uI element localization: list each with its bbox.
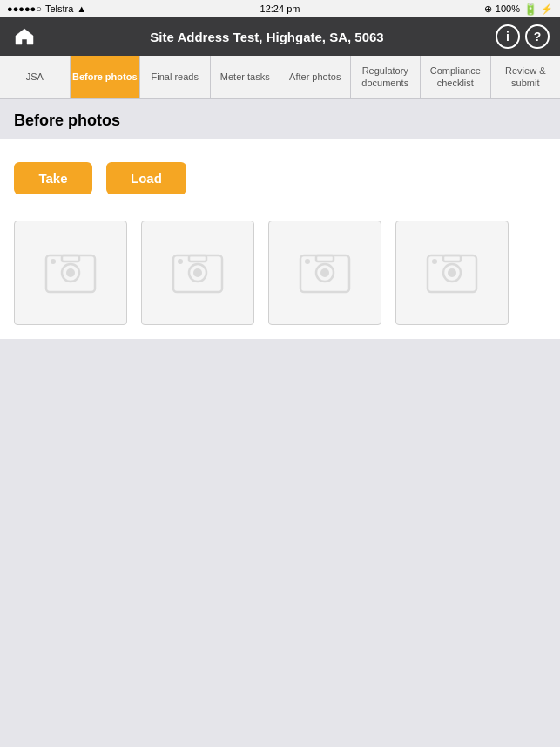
svg-rect-3 bbox=[62, 255, 79, 261]
signal-dots: ●●●●●○ bbox=[7, 3, 42, 14]
svg-point-17 bbox=[448, 268, 456, 277]
photo-placeholder-icon-3 bbox=[299, 250, 351, 295]
bottom-empty-area bbox=[0, 339, 560, 747]
photo-slot-2[interactable] bbox=[141, 221, 254, 325]
action-buttons-row: Take Load bbox=[14, 153, 546, 203]
tab-compliance-checklist[interactable]: Compliance checklist bbox=[421, 56, 491, 98]
svg-rect-18 bbox=[443, 255, 461, 261]
home-button[interactable] bbox=[10, 23, 38, 51]
info-button[interactable]: i bbox=[496, 24, 520, 49]
info-icon: i bbox=[506, 30, 509, 44]
photo-placeholder-icon-4 bbox=[426, 250, 478, 295]
carrier-label: Telstra bbox=[45, 3, 73, 14]
page-title: Site Address Test, Highgate, SA, 5063 bbox=[38, 30, 496, 44]
svg-point-19 bbox=[432, 259, 437, 264]
svg-point-12 bbox=[320, 268, 329, 277]
tab-bar: JSA Before photos Final reads Meter task… bbox=[0, 56, 560, 99]
svg-rect-13 bbox=[316, 255, 334, 261]
tab-jsa[interactable]: JSA bbox=[0, 56, 71, 98]
help-button[interactable]: ? bbox=[525, 24, 550, 49]
page-header: Before photos bbox=[0, 99, 560, 139]
location-icon: ⊕ bbox=[484, 3, 492, 15]
svg-rect-8 bbox=[189, 255, 206, 261]
tab-meter-tasks[interactable]: Meter tasks bbox=[211, 56, 281, 98]
photo-grid bbox=[14, 221, 546, 325]
photo-slot-1[interactable] bbox=[14, 221, 127, 325]
charging-icon: ⚡ bbox=[541, 3, 553, 15]
svg-point-7 bbox=[193, 268, 202, 277]
photo-placeholder-icon-1 bbox=[44, 250, 97, 295]
tab-after-photos[interactable]: After photos bbox=[280, 56, 351, 98]
status-right: ⊕ 100% 🔋 ⚡ bbox=[484, 3, 553, 16]
main-content: Before photos Take Load bbox=[0, 99, 560, 747]
status-bar: ●●●●●○ Telstra ▲ 12:24 pm ⊕ 100% 🔋 ⚡ bbox=[0, 0, 560, 17]
tab-before-photos[interactable]: Before photos bbox=[71, 56, 141, 98]
wifi-icon: ▲ bbox=[77, 3, 86, 14]
status-left: ●●●●●○ Telstra ▲ bbox=[7, 3, 86, 14]
battery-percent: 100% bbox=[496, 3, 520, 14]
help-icon: ? bbox=[534, 30, 542, 44]
svg-point-4 bbox=[51, 259, 56, 264]
tab-regulatory-documents[interactable]: Regulatory documents bbox=[351, 56, 422, 98]
top-nav-bar: Site Address Test, Highgate, SA, 5063 i … bbox=[0, 17, 560, 56]
svg-point-9 bbox=[178, 259, 183, 264]
svg-point-14 bbox=[305, 259, 310, 264]
svg-point-2 bbox=[66, 268, 75, 277]
take-photo-button[interactable]: Take bbox=[14, 162, 92, 194]
status-time: 12:24 pm bbox=[260, 3, 300, 14]
section-title: Before photos bbox=[14, 112, 546, 130]
photo-placeholder-icon-2 bbox=[172, 250, 224, 295]
load-photo-button[interactable]: Load bbox=[106, 162, 186, 194]
battery-icon: 🔋 bbox=[523, 3, 537, 16]
tab-review-submit[interactable]: Review & submit bbox=[491, 56, 561, 98]
nav-icons-right: i ? bbox=[496, 24, 550, 49]
content-body: Take Load bbox=[0, 139, 560, 339]
photo-slot-3[interactable] bbox=[268, 221, 381, 325]
tab-final-reads[interactable]: Final reads bbox=[140, 56, 211, 98]
photo-slot-4[interactable] bbox=[395, 221, 509, 325]
